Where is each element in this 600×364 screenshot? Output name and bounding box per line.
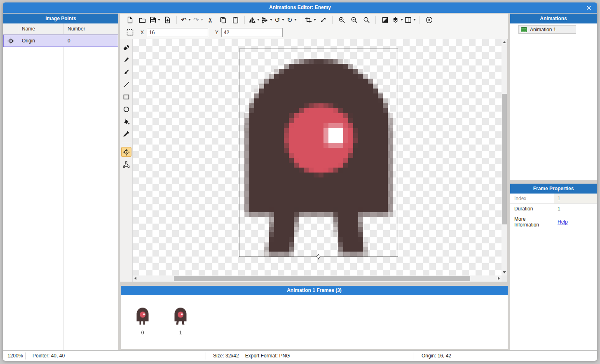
background-color-button[interactable] <box>379 14 391 25</box>
frame-properties-panel: Frame Properties Index 1 Duration 1 More… <box>510 184 597 350</box>
name-column-header[interactable]: Name <box>18 23 64 34</box>
eraser-tool-button[interactable] <box>121 42 131 52</box>
close-button[interactable] <box>585 4 592 11</box>
background-color-icon <box>382 16 389 23</box>
vertical-scrollbar-thumb[interactable] <box>502 94 507 224</box>
export-image-icon <box>164 16 171 23</box>
dropdown-caret-icon[interactable] <box>282 19 284 21</box>
scroll-left-arrow[interactable] <box>134 277 136 280</box>
status-origin-position: Origin: 16, 42 <box>413 352 597 359</box>
scroll-down-arrow[interactable] <box>503 271 506 273</box>
onion-skin-icon <box>392 16 399 23</box>
flip-vertical-button[interactable] <box>260 14 273 25</box>
redo-button[interactable]: ↷ <box>192 14 204 25</box>
x-coordinate-label: X <box>141 30 144 35</box>
scroll-up-arrow[interactable] <box>503 41 506 43</box>
dropdown-caret-icon[interactable] <box>401 19 403 21</box>
fill-icon <box>123 118 130 125</box>
copy-icon <box>220 16 227 23</box>
image-points-grid <box>3 47 118 350</box>
grid-icon <box>405 16 412 23</box>
rectangle-tool-button[interactable] <box>121 92 131 102</box>
pencil-icon <box>123 56 130 63</box>
save-button[interactable] <box>148 14 161 25</box>
grid-button[interactable] <box>404 14 417 25</box>
frames-panel-header: Animation 1 Frames (3) <box>121 286 508 295</box>
paste-button[interactable] <box>229 14 241 25</box>
zoom-icon <box>363 16 370 23</box>
number-column-header[interactable]: Number <box>64 23 118 34</box>
fill-tool-button[interactable] <box>121 117 131 126</box>
dropdown-caret-icon[interactable] <box>270 19 272 21</box>
dropdown-caret-icon[interactable] <box>188 19 191 21</box>
ellipse-icon <box>123 106 130 113</box>
origin-point-tool-button[interactable] <box>121 147 131 157</box>
pencil-tool-button[interactable] <box>121 55 131 65</box>
zoom-in-icon <box>338 16 345 23</box>
ellipse-tool-button[interactable] <box>121 104 131 114</box>
more-information-label: More Information <box>510 214 554 230</box>
zoom-in-button[interactable] <box>335 14 348 25</box>
open-folder-button[interactable] <box>136 14 148 25</box>
line-tool-button[interactable] <box>121 79 131 89</box>
brush-tool-button[interactable] <box>121 67 131 77</box>
save-icon <box>149 16 156 23</box>
rotate-cw-button[interactable]: ↻ <box>286 14 298 25</box>
duration-label: Duration <box>510 204 554 214</box>
crop-button[interactable] <box>304 14 317 25</box>
image-points-mesh-tool-button[interactable] <box>121 159 131 169</box>
sprite-image-bounds[interactable] <box>239 49 398 257</box>
x-coordinate-input[interactable] <box>147 28 208 37</box>
window-titlebar[interactable]: Animations Editor: Enemy <box>3 2 597 13</box>
frames-strip[interactable]: 01 <box>121 295 508 349</box>
animation-name: Animation 1 <box>530 27 556 33</box>
toolbar-separator <box>176 16 177 24</box>
dropdown-caret-icon[interactable] <box>201 19 203 21</box>
crop-icon <box>305 16 312 23</box>
dropdown-caret-icon[interactable] <box>314 19 316 21</box>
export-image-button[interactable] <box>161 14 173 25</box>
animation-list-item[interactable]: Animation 1 <box>518 25 576 34</box>
mirror-horizontal-button[interactable] <box>248 14 260 25</box>
toolbar-separator <box>301 16 301 24</box>
origin-marker[interactable] <box>316 254 321 259</box>
copy-button[interactable] <box>217 14 229 25</box>
rotate-ccw-button[interactable]: ↺ <box>273 14 286 25</box>
play-preview-button[interactable] <box>423 14 435 25</box>
scroll-right-arrow[interactable] <box>498 277 500 280</box>
horizontal-scrollbar-thumb[interactable] <box>174 276 470 281</box>
zoom-out-button[interactable] <box>348 14 360 25</box>
dropdown-caret-icon[interactable] <box>257 19 260 21</box>
frame-thumbnail-canvas[interactable] <box>136 307 149 325</box>
property-row-duration: Duration 1 <box>510 204 597 214</box>
resize-icon <box>320 16 327 23</box>
y-coordinate-label: Y <box>215 30 218 35</box>
icon-column-header[interactable] <box>3 23 18 34</box>
new-file-button[interactable] <box>124 14 136 25</box>
dropdown-caret-icon[interactable] <box>158 19 160 21</box>
property-row-index: Index 1 <box>510 194 597 204</box>
horizontal-scrollbar[interactable] <box>133 275 502 282</box>
editor-canvas-area[interactable] <box>133 39 502 275</box>
help-link[interactable]: Help <box>558 219 568 225</box>
zoom-button[interactable] <box>360 14 373 25</box>
eyedropper-tool-button[interactable] <box>121 129 131 139</box>
status-bar: 1200% Pointer: 40, 40 Size: 32x42 Export… <box>3 350 597 361</box>
dropdown-caret-icon[interactable] <box>413 19 416 21</box>
cut-icon: ✂ <box>208 16 213 23</box>
undo-button[interactable]: ↶ <box>180 14 192 25</box>
mirror-horizontal-icon <box>248 16 255 23</box>
resize-button[interactable] <box>317 14 329 25</box>
dropdown-caret-icon[interactable] <box>294 19 297 21</box>
marquee-select-icon[interactable] <box>124 27 136 38</box>
frame-thumbnail-1[interactable]: 1 <box>174 307 187 336</box>
onion-skin-button[interactable] <box>391 14 404 25</box>
y-coordinate-input[interactable] <box>221 28 283 37</box>
vertical-scrollbar[interactable] <box>502 39 507 275</box>
frame-thumbnail-0[interactable]: 0 <box>136 307 149 336</box>
duration-value[interactable]: 1 <box>554 204 597 214</box>
frame-thumbnail-canvas[interactable] <box>174 307 187 325</box>
image-point-row-origin[interactable]: Origin 0 <box>3 35 118 47</box>
cut-button[interactable]: ✂ <box>204 14 217 25</box>
sprite-canvas[interactable] <box>239 49 398 257</box>
